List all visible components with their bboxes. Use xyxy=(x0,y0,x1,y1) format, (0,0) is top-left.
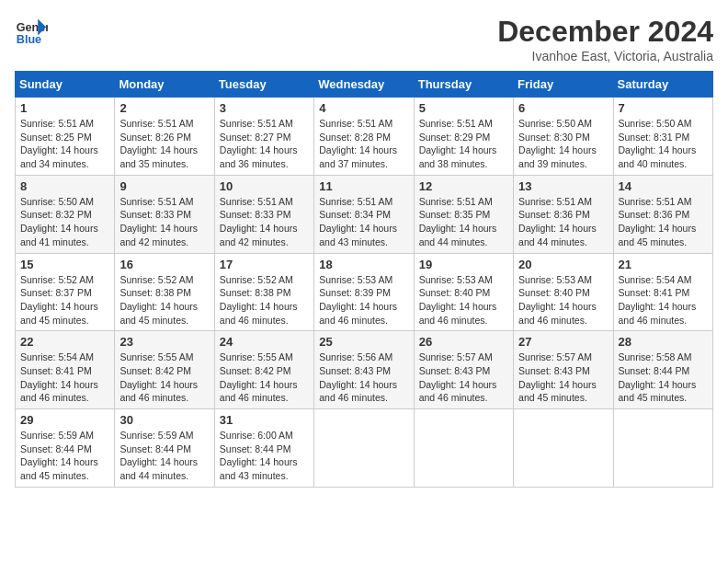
day-info: Sunrise: 5:50 AMSunset: 8:32 PMDaylight:… xyxy=(20,196,98,247)
day-info: Sunrise: 5:50 AMSunset: 8:31 PMDaylight:… xyxy=(619,118,697,169)
location-text: Ivanhoe East, Victoria, Australia xyxy=(497,49,713,63)
day-info: Sunrise: 5:51 AMSunset: 8:26 PMDaylight:… xyxy=(119,118,198,169)
day-info: Sunrise: 5:52 AMSunset: 8:37 PMDaylight:… xyxy=(20,274,98,326)
day-number: 14 xyxy=(619,179,708,193)
day-info: Sunrise: 5:54 AMSunset: 8:41 PMDaylight:… xyxy=(619,274,697,326)
day-number: 20 xyxy=(518,258,608,271)
calendar-cell: 14 Sunrise: 5:51 AMSunset: 8:36 PMDaylig… xyxy=(613,175,712,253)
day-number: 5 xyxy=(419,101,508,115)
page-header: General Blue December 2024 Ivanhoe East,… xyxy=(15,15,713,63)
weekday-header: Saturday xyxy=(613,72,712,98)
day-number: 29 xyxy=(20,413,109,427)
logo-icon: General Blue xyxy=(15,15,48,48)
day-info: Sunrise: 5:54 AMSunset: 8:41 PMDaylight:… xyxy=(20,351,98,403)
calendar-cell: 18 Sunrise: 5:53 AMSunset: 8:39 PMDaylig… xyxy=(314,253,414,331)
weekday-header: Wednesday xyxy=(314,72,414,98)
day-info: Sunrise: 5:58 AMSunset: 8:44 PMDaylight:… xyxy=(619,351,697,403)
calendar-cell xyxy=(414,409,513,488)
day-info: Sunrise: 5:53 AMSunset: 8:40 PMDaylight:… xyxy=(518,274,597,326)
calendar-cell: 17 Sunrise: 5:52 AMSunset: 8:38 PMDaylig… xyxy=(214,253,313,331)
day-info: Sunrise: 5:59 AMSunset: 8:44 PMDaylight:… xyxy=(119,430,198,481)
calendar-cell: 16 Sunrise: 5:52 AMSunset: 8:38 PMDaylig… xyxy=(115,253,214,331)
calendar-cell: 24 Sunrise: 5:55 AMSunset: 8:42 PMDaylig… xyxy=(214,331,313,409)
day-info: Sunrise: 5:52 AMSunset: 8:38 PMDaylight:… xyxy=(119,274,198,326)
calendar-week-row: 8 Sunrise: 5:50 AMSunset: 8:32 PMDayligh… xyxy=(16,175,713,253)
day-number: 21 xyxy=(619,258,708,271)
day-number: 6 xyxy=(518,101,608,115)
calendar-cell: 3 Sunrise: 5:51 AMSunset: 8:27 PMDayligh… xyxy=(214,98,313,176)
calendar-week-row: 15 Sunrise: 5:52 AMSunset: 8:37 PMDaylig… xyxy=(16,253,713,331)
day-info: Sunrise: 5:53 AMSunset: 8:39 PMDaylight:… xyxy=(319,274,397,326)
calendar-cell: 9 Sunrise: 5:51 AMSunset: 8:33 PMDayligh… xyxy=(115,175,214,253)
day-info: Sunrise: 5:55 AMSunset: 8:42 PMDaylight:… xyxy=(119,351,198,403)
day-number: 3 xyxy=(220,101,309,115)
calendar-cell: 6 Sunrise: 5:50 AMSunset: 8:30 PMDayligh… xyxy=(514,98,613,176)
weekday-header: Tuesday xyxy=(214,72,313,98)
day-info: Sunrise: 5:51 AMSunset: 8:29 PMDaylight:… xyxy=(419,118,497,169)
calendar-cell: 7 Sunrise: 5:50 AMSunset: 8:31 PMDayligh… xyxy=(613,98,712,176)
month-title: December 2024 xyxy=(497,15,713,49)
weekday-header: Friday xyxy=(514,72,613,98)
day-number: 26 xyxy=(419,335,508,349)
calendar-cell: 11 Sunrise: 5:51 AMSunset: 8:34 PMDaylig… xyxy=(314,175,414,253)
day-number: 16 xyxy=(119,258,209,271)
calendar-cell: 28 Sunrise: 5:58 AMSunset: 8:44 PMDaylig… xyxy=(613,331,712,409)
weekday-header: Thursday xyxy=(414,72,513,98)
weekday-header: Sunday xyxy=(16,72,115,98)
day-number: 9 xyxy=(119,179,209,193)
calendar-cell: 30 Sunrise: 5:59 AMSunset: 8:44 PMDaylig… xyxy=(115,409,214,488)
day-number: 24 xyxy=(220,335,309,349)
logo: General Blue xyxy=(15,15,48,48)
day-info: Sunrise: 5:51 AMSunset: 8:36 PMDaylight:… xyxy=(518,196,597,247)
calendar-cell: 13 Sunrise: 5:51 AMSunset: 8:36 PMDaylig… xyxy=(514,175,613,253)
day-number: 1 xyxy=(20,101,109,115)
day-number: 18 xyxy=(319,258,408,271)
calendar-cell: 20 Sunrise: 5:53 AMSunset: 8:40 PMDaylig… xyxy=(514,253,613,331)
calendar-cell: 29 Sunrise: 5:59 AMSunset: 8:44 PMDaylig… xyxy=(16,409,115,488)
day-number: 11 xyxy=(319,179,408,193)
calendar-cell: 19 Sunrise: 5:53 AMSunset: 8:40 PMDaylig… xyxy=(414,253,513,331)
day-number: 7 xyxy=(619,101,708,115)
day-number: 30 xyxy=(119,413,209,427)
day-number: 31 xyxy=(220,413,309,427)
day-number: 17 xyxy=(220,258,309,271)
day-info: Sunrise: 6:00 AMSunset: 8:44 PMDaylight:… xyxy=(220,430,298,481)
day-number: 28 xyxy=(619,335,708,349)
calendar-week-row: 1 Sunrise: 5:51 AMSunset: 8:25 PMDayligh… xyxy=(16,98,713,176)
day-info: Sunrise: 5:56 AMSunset: 8:43 PMDaylight:… xyxy=(319,351,397,403)
day-info: Sunrise: 5:51 AMSunset: 8:33 PMDaylight:… xyxy=(220,196,298,247)
day-number: 8 xyxy=(20,179,109,193)
day-info: Sunrise: 5:57 AMSunset: 8:43 PMDaylight:… xyxy=(518,351,597,403)
day-info: Sunrise: 5:51 AMSunset: 8:25 PMDaylight:… xyxy=(20,118,98,169)
day-info: Sunrise: 5:51 AMSunset: 8:34 PMDaylight:… xyxy=(319,196,397,247)
day-number: 10 xyxy=(220,179,309,193)
day-info: Sunrise: 5:51 AMSunset: 8:27 PMDaylight:… xyxy=(220,118,298,169)
day-number: 13 xyxy=(518,179,608,193)
calendar-cell: 31 Sunrise: 6:00 AMSunset: 8:44 PMDaylig… xyxy=(214,409,313,488)
day-number: 15 xyxy=(20,258,109,271)
day-number: 27 xyxy=(518,335,608,349)
day-info: Sunrise: 5:59 AMSunset: 8:44 PMDaylight:… xyxy=(20,430,98,481)
day-number: 25 xyxy=(319,335,408,349)
calendar-table: SundayMondayTuesdayWednesdayThursdayFrid… xyxy=(15,71,713,488)
calendar-week-row: 29 Sunrise: 5:59 AMSunset: 8:44 PMDaylig… xyxy=(16,409,713,488)
calendar-cell: 27 Sunrise: 5:57 AMSunset: 8:43 PMDaylig… xyxy=(514,331,613,409)
calendar-header-row: SundayMondayTuesdayWednesdayThursdayFrid… xyxy=(16,72,713,98)
calendar-cell xyxy=(314,409,414,488)
day-info: Sunrise: 5:51 AMSunset: 8:35 PMDaylight:… xyxy=(419,196,497,247)
day-info: Sunrise: 5:52 AMSunset: 8:38 PMDaylight:… xyxy=(220,274,298,326)
day-number: 4 xyxy=(319,101,408,115)
day-number: 2 xyxy=(119,101,209,115)
day-info: Sunrise: 5:51 AMSunset: 8:36 PMDaylight:… xyxy=(619,196,697,247)
calendar-cell: 26 Sunrise: 5:57 AMSunset: 8:43 PMDaylig… xyxy=(414,331,513,409)
svg-text:Blue: Blue xyxy=(17,33,41,46)
calendar-cell: 12 Sunrise: 5:51 AMSunset: 8:35 PMDaylig… xyxy=(414,175,513,253)
calendar-cell: 22 Sunrise: 5:54 AMSunset: 8:41 PMDaylig… xyxy=(16,331,115,409)
day-info: Sunrise: 5:53 AMSunset: 8:40 PMDaylight:… xyxy=(419,274,497,326)
calendar-cell xyxy=(514,409,613,488)
calendar-week-row: 22 Sunrise: 5:54 AMSunset: 8:41 PMDaylig… xyxy=(16,331,713,409)
calendar-cell: 1 Sunrise: 5:51 AMSunset: 8:25 PMDayligh… xyxy=(16,98,115,176)
calendar-cell: 10 Sunrise: 5:51 AMSunset: 8:33 PMDaylig… xyxy=(214,175,313,253)
calendar-cell xyxy=(613,409,712,488)
day-info: Sunrise: 5:51 AMSunset: 8:28 PMDaylight:… xyxy=(319,118,397,169)
